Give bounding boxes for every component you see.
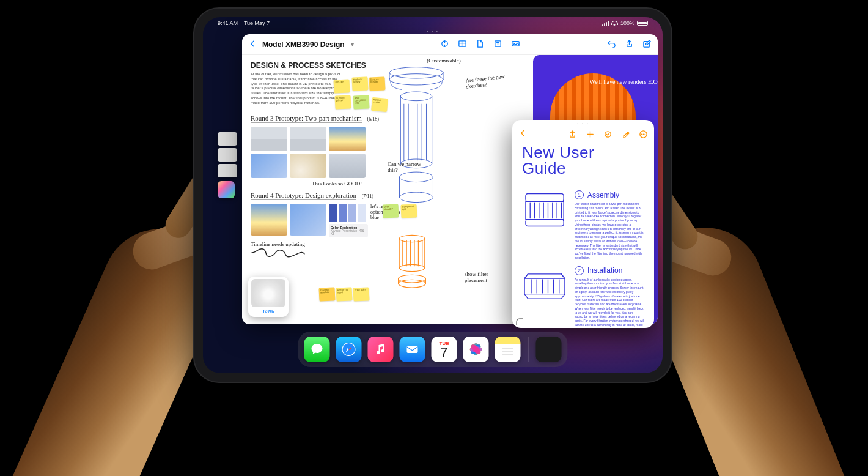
file-tool-icon[interactable] [476,39,485,50]
slideover-highlight-icon[interactable] [621,130,630,139]
assembly-body: Our faucet attachment is a two-part mech… [575,202,644,260]
svg-point-7 [389,74,443,85]
upload-progress-card[interactable]: 63% [248,277,289,317]
media-tool-icon[interactable] [511,39,520,50]
sticky-note[interactable]: Add completion step [353,95,369,109]
slideover-title-line2: Guide [522,160,644,176]
slideover-back-button[interactable] [518,128,528,139]
photo-thumb[interactable] [329,127,366,151]
draw-tool-icon[interactable] [440,39,449,50]
undo-icon[interactable] [607,39,616,50]
secondary-sketch [395,234,429,288]
stage-thumb-2[interactable] [218,148,237,162]
product-sketch [383,65,450,210]
svg-rect-1 [459,40,466,46]
calendar-app-icon[interactable]: TUE 7 [432,337,457,362]
poster-handwriting: We'll have new renders E.O.D. [590,78,658,85]
intro-paragraph: At the outset, our mission has been to d… [251,72,342,106]
sticky-note[interactable]: Completed Q/A [400,204,417,218]
svg-point-8 [400,92,432,101]
sticky-note[interactable]: 3DS file [333,79,350,93]
sticky-note[interactable]: User friendly? [382,204,399,218]
svg-rect-33 [526,193,564,201]
svg-rect-52 [407,346,418,353]
multitask-dots-icon[interactable]: • • • [427,29,439,33]
slideover-body[interactable]: New User Guide [512,143,654,328]
toolbar-right [607,39,652,50]
compose-icon[interactable] [642,39,652,50]
slideover-share-icon[interactable] [568,130,577,139]
round4-date: (7/11) [362,193,373,199]
svg-rect-5 [644,41,649,46]
svg-rect-43 [526,220,564,226]
photo-thumb[interactable] [251,204,287,236]
svg-point-18 [399,235,425,242]
round3-date: (6/18) [367,116,379,122]
photo-thumb[interactable] [290,127,326,151]
sticky-note[interactable]: Had cost review [351,76,368,91]
sticky-note[interactable]: Custom printer [334,95,351,109]
ipad-device: 9:41 AM Tue May 7 100% • • • [194,9,671,382]
slideover-markup-icon[interactable] [603,130,612,139]
ipad-screen: 9:41 AM Tue May 7 100% • • • [203,17,663,373]
document-title[interactable]: Model XMB3990 Design [262,40,345,49]
upload-percent: 63% [263,308,274,314]
photo-thumb[interactable] [251,127,287,151]
installation-heading: 2Installation [575,266,644,275]
slideover-add-icon[interactable] [586,130,595,139]
wifi-icon [611,21,618,26]
slideover-more-icon[interactable] [639,130,648,139]
slideover-window: • • • New User Guide [512,120,654,328]
battery-icon [637,21,648,26]
round3-title: Round 3 Prototype: Two-part mechanism [251,114,362,123]
photo-thumb[interactable] [329,154,366,178]
stage-manager-strip[interactable] [218,132,237,198]
stage-area: Model XMB3990 Design ▾ [218,34,658,324]
safari-app-icon[interactable] [336,337,362,362]
chevron-down-icon[interactable]: ▾ [351,41,354,48]
sticky-note[interactable]: Recurring need [336,287,352,301]
sticky-note[interactable]: Price point [353,287,369,301]
ask-narrow-this: Can we narrow this? [388,162,421,174]
status-left: 9:41 AM Tue May 7 [218,20,270,26]
photo-thumb[interactable] [251,154,287,178]
mail-app-icon[interactable] [400,337,425,362]
dock: TUE 7 [298,332,568,367]
photos-app-icon[interactable] [218,181,235,198]
svg-point-6 [389,67,443,78]
share-icon[interactable] [625,39,634,50]
status-time: 9:41 AM [218,20,238,26]
photo-thumb[interactable] [290,204,326,236]
svg-rect-34 [526,201,564,219]
svg-point-26 [399,275,426,283]
sticky-note[interactable]: Diagram attached [318,287,335,301]
sketch-column: (Customizable) [383,58,505,322]
battery-pct: 100% [620,20,634,26]
assembly-heading: 1Assembly [575,190,644,199]
installation-section: 2Installation As a result of our bespoke… [522,266,644,329]
calendar-day: 7 [440,346,447,359]
photo-thumb[interactable] [290,154,326,178]
stage-thumb-3[interactable] [218,164,237,177]
svg-point-17 [400,192,433,202]
messages-app-icon[interactable] [304,337,330,362]
svg-point-27 [399,280,426,288]
customizable-label: (Customizable) [383,58,505,64]
back-button[interactable] [248,39,257,50]
cellular-icon [602,21,609,26]
round4-title: Round 4 Prototype: Design exploration [251,192,356,200]
svg-point-19 [399,264,425,271]
notes-app-icon[interactable] [495,337,521,362]
music-app-icon[interactable] [368,337,394,362]
stage-thumb-1[interactable] [218,132,237,146]
text-tool-icon[interactable] [493,39,502,50]
status-date: Tue May 7 [244,20,270,26]
recent-apps-icon[interactable] [536,337,562,362]
slideover-grabber-icon[interactable]: • • • [577,122,589,125]
color-swatches[interactable] [329,204,366,222]
upload-thumbnail [251,279,285,307]
svg-point-32 [644,133,645,135]
grid-tool-icon[interactable] [458,39,467,50]
resize-handle-icon[interactable] [516,318,523,325]
photos-dock-icon[interactable] [463,337,489,362]
